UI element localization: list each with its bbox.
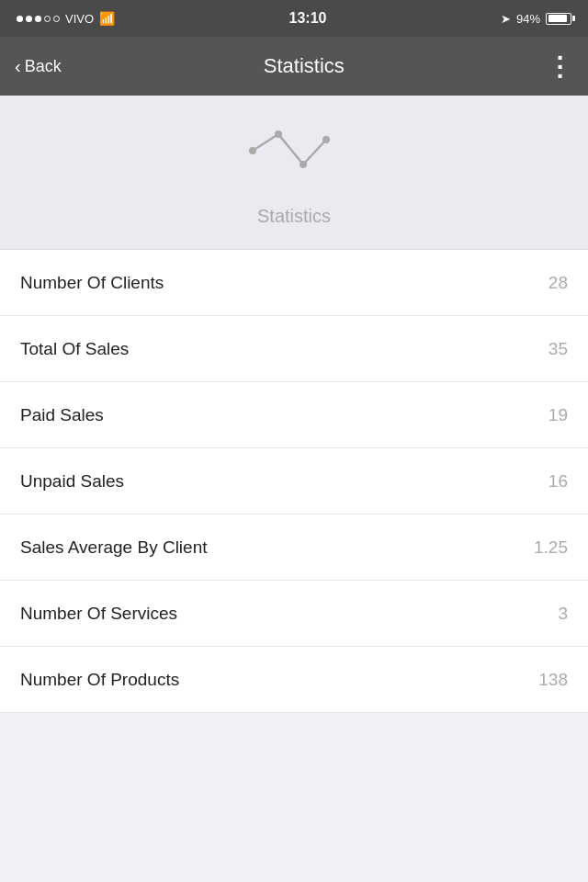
stat-value: 16 <box>548 471 568 492</box>
nav-title: Statistics <box>264 54 345 78</box>
stat-label: Total Of Sales <box>20 339 129 359</box>
back-label: Back <box>25 57 62 76</box>
wifi-icon: 📶 <box>99 11 115 26</box>
stat-value: 138 <box>538 670 568 690</box>
nav-bar: ‹ Back Statistics ⋮ <box>0 37 588 96</box>
stat-row: Number Of Services3 <box>0 581 588 647</box>
signal-dot-1 <box>17 16 23 22</box>
back-button[interactable]: ‹ Back <box>15 56 62 77</box>
battery-fill <box>548 15 567 22</box>
signal-dot-2 <box>26 16 32 22</box>
signal-dot-5 <box>53 16 60 22</box>
svg-point-3 <box>322 136 330 143</box>
signal-dots <box>17 16 60 22</box>
signal-dot-4 <box>44 16 51 22</box>
stat-row: Total Of Sales35 <box>0 316 588 382</box>
stat-label: Sales Average By Client <box>20 537 208 558</box>
stat-value: 1.25 <box>534 537 568 558</box>
stat-value: 28 <box>548 273 568 293</box>
stat-label: Number Of Clients <box>20 273 164 293</box>
hero-label: Statistics <box>257 206 331 227</box>
location-icon: ➤ <box>501 12 511 26</box>
stat-row: Paid Sales19 <box>0 382 588 448</box>
status-right: ➤ 94% <box>501 12 571 26</box>
carrier-label: VIVO <box>65 12 94 26</box>
stats-list: Number Of Clients28Total Of Sales35Paid … <box>0 250 588 713</box>
battery-bar <box>546 13 571 25</box>
stat-value: 3 <box>558 604 568 624</box>
chart-icon <box>243 123 345 191</box>
more-menu-button[interactable]: ⋮ <box>547 51 573 82</box>
stat-value: 35 <box>548 339 568 359</box>
stat-label: Number Of Products <box>20 670 179 690</box>
stat-row: Number Of Products138 <box>0 647 588 713</box>
status-left: VIVO 📶 <box>17 11 115 26</box>
status-bar: VIVO 📶 13:10 ➤ 94% <box>0 0 588 37</box>
hero-section: Statistics <box>0 96 588 250</box>
stat-value: 19 <box>548 405 568 425</box>
svg-point-1 <box>275 130 282 138</box>
stat-row: Unpaid Sales16 <box>0 448 588 514</box>
svg-point-0 <box>249 147 256 154</box>
signal-dot-3 <box>35 16 41 22</box>
stat-label: Paid Sales <box>20 405 104 425</box>
svg-point-2 <box>300 161 307 168</box>
battery-percent: 94% <box>516 12 540 26</box>
status-time: 13:10 <box>289 10 327 27</box>
stat-row: Sales Average By Client1.25 <box>0 514 588 581</box>
stat-row: Number Of Clients28 <box>0 250 588 316</box>
stat-label: Number Of Services <box>20 604 177 624</box>
stat-label: Unpaid Sales <box>20 471 124 492</box>
back-arrow-icon: ‹ <box>15 56 21 77</box>
